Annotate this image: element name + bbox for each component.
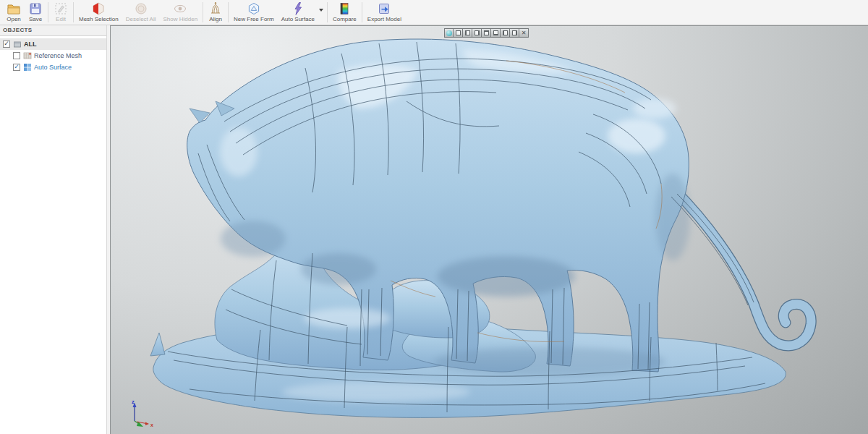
tree-row-auto-surface[interactable]: ✓ Auto Surface xyxy=(0,61,106,73)
new-free-form-button[interactable]: New Free Form xyxy=(230,0,278,25)
all-checkbox[interactable]: ✓ xyxy=(3,41,10,48)
toolbar-separator xyxy=(48,2,48,22)
deselect-all-button[interactable]: Deselect All xyxy=(122,0,160,25)
compare-button[interactable]: Compare xyxy=(329,0,360,25)
align-cage-icon xyxy=(208,1,223,15)
mesh-selection-button-label: Mesh Selection xyxy=(79,16,119,22)
shaded-sphere-icon xyxy=(446,30,452,36)
toolbar-separator xyxy=(73,2,74,22)
save-button[interactable]: Save xyxy=(25,0,46,25)
compare-group: Compare xyxy=(329,0,360,25)
tree-label-reference-mesh: Reference Mesh xyxy=(34,52,82,59)
edit-button[interactable]: Edit xyxy=(50,0,72,25)
open-folder-icon xyxy=(7,1,21,15)
deselect-all-button-label: Deselect All xyxy=(126,16,156,22)
bottom-view-button[interactable] xyxy=(501,28,510,38)
auto-surface-checkbox[interactable]: ✓ xyxy=(13,64,20,71)
right-view-button[interactable] xyxy=(482,28,491,38)
auto-surface-item-icon xyxy=(23,63,32,72)
mesh-selection-button[interactable]: Mesh Selection xyxy=(75,0,122,25)
compare-button-label: Compare xyxy=(333,16,357,22)
x-axis-label: x xyxy=(150,422,153,427)
left-view-button[interactable] xyxy=(472,28,482,38)
rotate-view-icon: ✕ xyxy=(522,30,527,36)
tree-row-reference-mesh[interactable]: ✓ Reference Mesh xyxy=(0,50,106,61)
checkmark-icon: ✓ xyxy=(14,64,20,70)
back-face-icon xyxy=(465,30,470,35)
isometric-view-button[interactable] xyxy=(510,28,519,38)
edit-group: Edit xyxy=(50,0,72,25)
new-free-form-button-label: New Free Form xyxy=(234,16,274,22)
view-toolbar: ✕ xyxy=(444,28,529,38)
show-hidden-button-label: Show Hidden xyxy=(163,16,198,22)
save-floppy-icon xyxy=(28,1,43,15)
align-group: Align xyxy=(205,0,226,25)
edit-pencil-icon xyxy=(54,1,68,15)
auto-surface-bolt-icon xyxy=(291,1,305,15)
front-view-button[interactable] xyxy=(454,28,463,38)
open-button-label: Open xyxy=(7,16,21,22)
toolbar-separator xyxy=(327,2,328,22)
tree-label-all: ALL xyxy=(24,41,37,48)
main-toolbar: Open Save Edit Mesh Selection xyxy=(0,0,868,25)
export-model-icon xyxy=(377,1,391,15)
tree-label-auto-surface: Auto Surface xyxy=(34,64,72,71)
top-face-icon xyxy=(493,30,498,35)
new-free-form-icon xyxy=(247,1,261,15)
auto-surface-button[interactable]: Auto Surface xyxy=(278,0,318,23)
file-group: Open Save xyxy=(3,0,46,25)
left-face-icon xyxy=(475,30,480,35)
align-button[interactable]: Align xyxy=(205,0,226,25)
objects-panel: OBJECTS ✓ ALL ✓ Reference Mesh ✓ Auto Su… xyxy=(0,25,107,434)
toolbar-separator xyxy=(203,2,203,22)
save-button-label: Save xyxy=(29,16,42,22)
edit-button-label: Edit xyxy=(56,16,66,22)
selection-group: Mesh Selection Deselect All Show Hidden xyxy=(75,0,201,25)
back-view-button[interactable] xyxy=(463,28,472,38)
align-button-label: Align xyxy=(209,16,222,22)
shaded-view-button[interactable] xyxy=(444,28,454,38)
objects-tree: ✓ ALL ✓ Reference Mesh ✓ Auto Surface xyxy=(0,36,106,73)
toolbar-separator xyxy=(228,2,229,22)
show-hidden-button[interactable]: Show Hidden xyxy=(160,0,202,25)
export-model-button-label: Export Model xyxy=(367,16,401,22)
bottom-face-icon xyxy=(503,30,508,35)
deselect-all-icon xyxy=(134,1,148,15)
viewport-canvas[interactable]: ✕ z x xyxy=(110,25,868,434)
compare-colormap-icon xyxy=(337,1,352,15)
toolbar-separator xyxy=(362,2,362,22)
model-tail xyxy=(674,190,811,346)
export-model-button[interactable]: Export Model xyxy=(364,0,405,25)
objects-panel-title: OBJECTS xyxy=(0,25,106,36)
tree-row-all[interactable]: ✓ ALL xyxy=(0,38,106,50)
front-face-icon xyxy=(456,30,461,35)
isometric-face-icon xyxy=(512,30,517,35)
axis-triad: z x xyxy=(127,398,158,430)
rotate-view-button[interactable]: ✕ xyxy=(519,28,529,38)
auto-surface-button-label: Auto Surface xyxy=(281,16,315,22)
open-button[interactable]: Open xyxy=(3,0,25,25)
checkmark-icon: ✓ xyxy=(4,41,9,47)
reference-mesh-checkbox[interactable]: ✓ xyxy=(13,52,20,59)
export-group: Export Model xyxy=(364,0,405,25)
top-view-button[interactable] xyxy=(491,28,501,38)
model-3d-panther xyxy=(111,26,868,434)
show-hidden-eye-icon xyxy=(173,1,187,15)
auto-surface-dropdown-arrow[interactable] xyxy=(319,9,323,12)
reference-mesh-icon xyxy=(23,51,32,60)
right-face-icon xyxy=(484,30,489,35)
z-axis-label: z xyxy=(132,399,135,405)
all-objects-icon xyxy=(13,40,22,48)
mesh-selection-icon xyxy=(91,1,106,15)
surface-group: New Free Form Auto Surface xyxy=(230,0,326,25)
